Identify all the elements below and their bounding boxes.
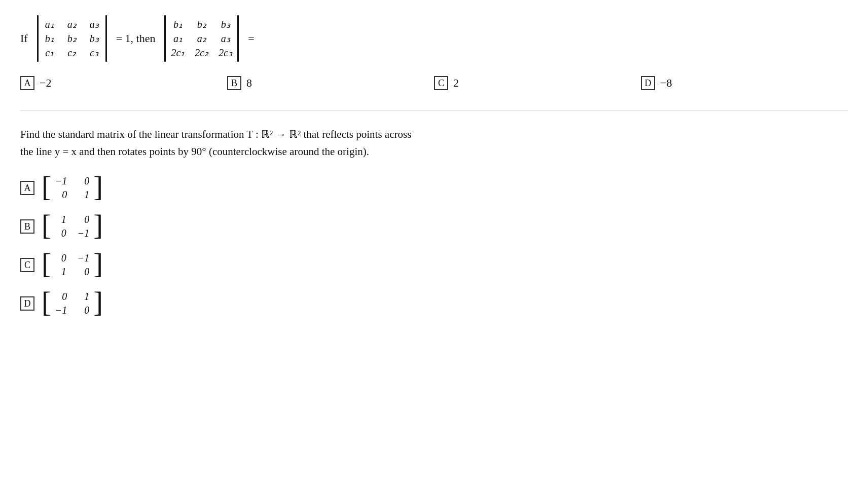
- q2-option-d-box: D: [20, 296, 34, 311]
- bracket-left-b: [42, 211, 51, 242]
- det2-r3c2: 2c₂: [195, 47, 208, 59]
- bracket-right-d: [93, 288, 103, 319]
- det1-right-bar: [105, 15, 107, 62]
- q1-det1: a₁ a₂ a₃ b₁ b₂ b₃ c₁ c₂ c₃: [37, 15, 107, 62]
- mat-grid-d: 0 1 −1 0: [51, 288, 94, 319]
- det1-r3c2: c₂: [66, 47, 78, 59]
- det1-r3c3: c₃: [88, 47, 100, 59]
- q1-option-a-box: A: [20, 76, 34, 90]
- q2-option-b-box: B: [20, 219, 34, 234]
- mat-a-r1c1: −1: [55, 175, 67, 187]
- det1-r2c1: b₁: [44, 32, 56, 45]
- q1-option-b-label: 8: [246, 77, 252, 90]
- det1-r1c1: a₁: [44, 18, 56, 30]
- mat-c-r1c2: −1: [78, 252, 90, 264]
- det2-r2c1: a₁: [171, 32, 185, 45]
- det2-r2c2: a₂: [195, 32, 208, 45]
- q1-option-a-label: −2: [40, 77, 51, 90]
- det2-r3c1: 2c₁: [171, 47, 185, 59]
- q1-option-d-label: −8: [660, 77, 672, 90]
- q1-option-c[interactable]: C 2: [434, 76, 641, 90]
- mat-a-r1c2: 0: [78, 175, 89, 187]
- q1-option-d[interactable]: D −8: [641, 76, 848, 90]
- q2-option-d-matrix: 0 1 −1 0: [42, 288, 103, 319]
- q2-option-c-matrix: 0 −1 1 0: [42, 249, 103, 281]
- det1-r1c3: a₃: [88, 18, 100, 30]
- q2-option-c-box: C: [20, 258, 34, 272]
- q1-equation-row: If a₁ a₂ a₃ b₁ b₂ b₃ c₁ c₂ c₃ = 1, then …: [20, 15, 848, 62]
- bracket-right-c: [93, 249, 103, 281]
- section-divider: [20, 110, 848, 111]
- q1-option-c-box: C: [434, 76, 448, 90]
- q2-option-a-box: A: [20, 181, 34, 195]
- q2-text-line2: the line y = x and then rotates points b…: [20, 143, 848, 161]
- bracket-left-d: [42, 288, 51, 319]
- bracket-right-a: [93, 172, 103, 204]
- det2-r2c3: a₃: [219, 32, 232, 45]
- q2-option-a-matrix: −1 0 0 1: [42, 172, 103, 204]
- q2-option-d[interactable]: D 0 1 −1 0: [20, 288, 848, 319]
- q1-option-b[interactable]: B 8: [227, 76, 434, 90]
- mat-d-r1c1: 0: [55, 291, 67, 303]
- det2-r1c1: b₁: [171, 18, 185, 30]
- mat-c-r2c1: 1: [55, 266, 66, 278]
- mat-d-r1c2: 1: [78, 291, 89, 303]
- q2-option-b[interactable]: B 1 0 0 −1: [20, 211, 848, 242]
- mat-d-r2c2: 0: [78, 305, 89, 316]
- mat-b-r1c1: 1: [55, 214, 66, 225]
- question-1: If a₁ a₂ a₃ b₁ b₂ b₃ c₁ c₂ c₃ = 1, then …: [20, 15, 848, 90]
- q1-option-a[interactable]: A −2: [20, 76, 227, 90]
- det2-right-bar: [237, 15, 239, 62]
- q2-option-b-matrix: 1 0 0 −1: [42, 211, 103, 242]
- q1-equals-then: = 1, then: [116, 32, 156, 45]
- bracket-left-a: [42, 172, 51, 204]
- mat-grid-b: 1 0 0 −1: [51, 211, 94, 242]
- mat-b-r2c1: 0: [55, 228, 66, 239]
- mat-b-r2c2: −1: [78, 228, 90, 239]
- q1-det2: b₁ b₂ b₃ a₁ a₂ a₃ 2c₁ 2c₂ 2c₃: [164, 15, 239, 62]
- det1-r1c2: a₂: [66, 18, 78, 30]
- mat-b-r1c2: 0: [78, 214, 90, 225]
- det2-r1c2: b₂: [195, 18, 208, 30]
- mat-grid-a: −1 0 0 1: [51, 172, 94, 204]
- q2-option-c[interactable]: C 0 −1 1 0: [20, 249, 848, 281]
- mat-c-r1c1: 0: [55, 252, 66, 264]
- q2-option-a[interactable]: A −1 0 0 1: [20, 172, 848, 204]
- bracket-right-b: [93, 211, 103, 242]
- det1-content: a₁ a₂ a₃ b₁ b₂ b₃ c₁ c₂ c₃: [39, 15, 105, 62]
- mat-c-r2c2: 0: [78, 266, 90, 278]
- det1-r3c1: c₁: [44, 47, 56, 59]
- q1-equals2: =: [248, 32, 254, 45]
- mat-a-r2c2: 1: [78, 189, 89, 201]
- q1-option-c-label: 2: [453, 77, 459, 90]
- q2-options-list: A −1 0 0 1 B 1 0 0 −1: [20, 172, 848, 319]
- mat-a-r2c1: 0: [55, 189, 67, 201]
- q2-text-line1: Find the standard matrix of the linear t…: [20, 126, 848, 143]
- det1-r2c3: b₃: [88, 32, 100, 45]
- q1-options-row: A −2 B 8 C 2 D −8: [20, 76, 848, 90]
- question-2: Find the standard matrix of the linear t…: [20, 126, 848, 319]
- mat-grid-c: 0 −1 1 0: [51, 249, 94, 281]
- if-label: If: [20, 32, 28, 45]
- det1-r2c2: b₂: [66, 32, 78, 45]
- q1-option-d-box: D: [641, 76, 655, 90]
- q1-option-b-box: B: [227, 76, 241, 90]
- det2-r3c3: 2c₃: [219, 47, 232, 59]
- mat-d-r2c1: −1: [55, 305, 67, 316]
- q2-text-block: Find the standard matrix of the linear t…: [20, 126, 848, 160]
- bracket-left-c: [42, 249, 51, 281]
- det2-r1c3: b₃: [219, 18, 232, 30]
- det2-content: b₁ b₂ b₃ a₁ a₂ a₃ 2c₁ 2c₂ 2c₃: [166, 15, 237, 62]
